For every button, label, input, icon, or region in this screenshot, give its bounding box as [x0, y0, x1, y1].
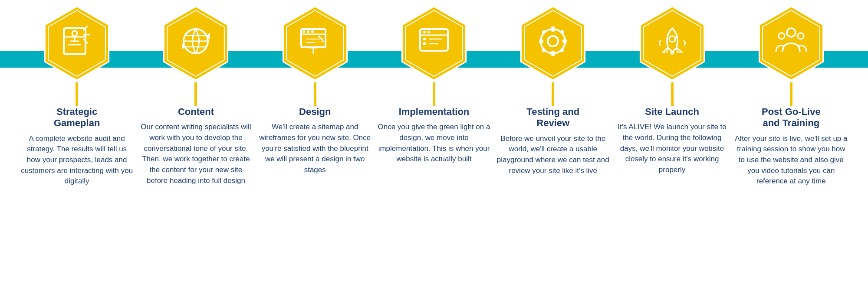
svg-point-53: [669, 36, 675, 42]
step-title-site-launch: Site Launch: [645, 106, 699, 117]
design-monitor-icon: [298, 24, 332, 63]
step-body-implementation: Once you give the green light on a desig…: [378, 122, 490, 165]
step-body-site-launch: It's ALIVE! We launch your site to the w…: [616, 122, 729, 175]
svg-rect-33: [423, 38, 426, 40]
svg-point-4: [72, 31, 77, 36]
step-body-design: We'll create a sitemap and wireframes fo…: [259, 122, 372, 175]
svg-rect-44: [539, 39, 543, 43]
stem-post-go-live: [790, 82, 792, 106]
hex-wrapper-site-launch: [633, 4, 711, 82]
stem-testing-and-review: [552, 82, 554, 106]
svg-rect-47: [560, 29, 565, 34]
launch-rocket-icon: [655, 24, 690, 63]
step-post-go-live: Post Go-Liveand TrainingAfter your site …: [735, 0, 848, 187]
svg-rect-45: [562, 39, 567, 43]
step-testing-and-review: Testing andReviewBefore we unveil your s…: [496, 0, 609, 176]
hex-wrapper-strategic-gameplan: [38, 4, 116, 82]
step-site-launch: Site LaunchIt's ALIVE! We launch your si…: [616, 0, 729, 176]
steps-container: StrategicGameplanA complete website audi…: [0, 0, 868, 187]
testing-gear-icon: [536, 24, 570, 63]
stem-site-launch: [671, 82, 674, 106]
svg-point-37: [423, 31, 426, 33]
svg-point-22: [307, 30, 309, 33]
step-content: ContentOur content writing specialists w…: [139, 0, 252, 186]
stem-strategic-gameplan: [76, 82, 78, 106]
step-body-strategic-gameplan: A complete website audit and strategy. T…: [20, 134, 133, 187]
svg-point-38: [427, 31, 430, 33]
step-title-implementation: Implementation: [399, 106, 470, 117]
svg-rect-34: [423, 42, 426, 45]
svg-point-58: [798, 33, 804, 39]
step-strategic-gameplan: StrategicGameplanA complete website audi…: [20, 0, 133, 187]
step-title-content: Content: [178, 106, 214, 117]
step-body-content: Our content writing specialists will wor…: [139, 122, 252, 186]
stem-implementation: [433, 82, 435, 106]
step-implementation: ImplementationOnce you give the green li…: [378, 0, 490, 165]
hex-wrapper-content: [157, 4, 235, 82]
stem-content: [194, 82, 197, 106]
svg-rect-46: [542, 29, 546, 34]
svg-line-28: [319, 36, 323, 40]
hex-wrapper-testing-and-review: [514, 4, 592, 82]
stem-design: [314, 82, 316, 106]
step-title-strategic-gameplan: StrategicGameplan: [54, 106, 100, 129]
implementation-browser-icon: [417, 24, 451, 63]
step-title-testing-and-review: Testing andReview: [526, 106, 579, 129]
step-body-testing-and-review: Before we unveil your site to the world,…: [496, 134, 609, 176]
hex-wrapper-implementation: [395, 4, 473, 82]
svg-rect-48: [542, 48, 546, 52]
step-body-post-go-live: After your site is live, we'll set up a …: [735, 134, 848, 187]
step-title-design: Design: [299, 106, 331, 117]
svg-point-50: [548, 36, 558, 46]
svg-point-21: [302, 30, 305, 33]
svg-rect-49: [560, 48, 565, 52]
chess-strategy-icon: [59, 24, 94, 63]
hex-wrapper-design: [276, 4, 354, 82]
step-title-post-go-live: Post Go-Liveand Training: [762, 106, 821, 129]
training-people-icon: [774, 24, 809, 63]
svg-point-57: [779, 33, 785, 39]
hex-wrapper-post-go-live: [752, 4, 830, 82]
step-design: DesignWe'll create a sitemap and wirefra…: [259, 0, 372, 176]
svg-point-23: [311, 30, 314, 33]
svg-point-56: [787, 28, 796, 37]
content-writing-icon: [178, 24, 213, 63]
